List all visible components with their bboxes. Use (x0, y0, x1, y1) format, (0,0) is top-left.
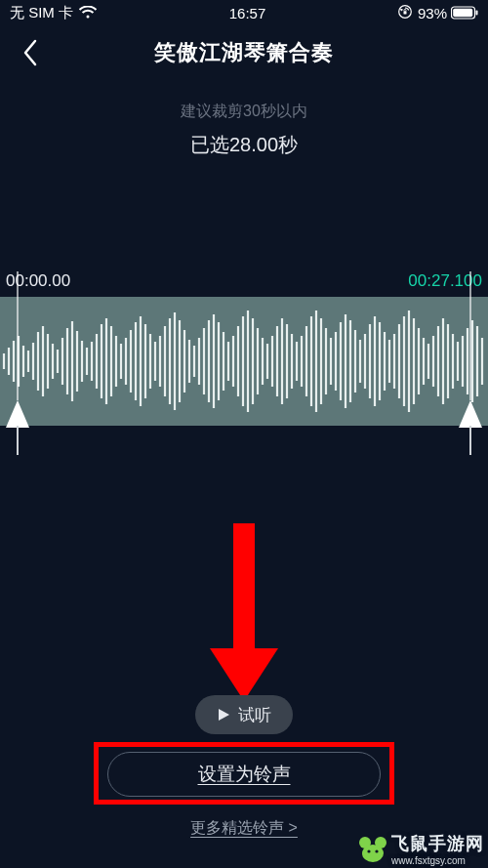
trim-handle-start[interactable] (6, 400, 29, 457)
chevron-left-icon (21, 39, 39, 66)
status-time: 16:57 (229, 5, 266, 21)
battery-icon (451, 6, 478, 20)
page-title: 笑傲江湖琴箫合奏 (154, 38, 334, 67)
audio-trim-region: 00:00.00 00:27.100 (0, 271, 488, 426)
watermark: 飞鼠手游网 www.fsxtgsy.com (358, 832, 484, 866)
play-icon (217, 708, 230, 722)
more-ringtones-link[interactable]: 更多精选铃声 > (190, 818, 298, 839)
svg-marker-106 (219, 709, 229, 721)
set-ringtone-label: 设置为铃声 (198, 762, 291, 787)
trim-hint: 建议裁剪30秒以内 (0, 102, 488, 122)
set-ringtone-button[interactable]: 设置为铃声 (107, 752, 381, 797)
battery-percent: 93% (418, 5, 447, 21)
wifi-icon (79, 6, 97, 20)
carrier-label: 无 SIM 卡 (10, 4, 73, 22)
status-bar: 无 SIM 卡 16:57 93% (0, 0, 488, 25)
svg-point-109 (362, 845, 384, 862)
svg-marker-105 (210, 648, 278, 701)
nav-bar: 笑傲江湖琴箫合奏 (0, 25, 488, 80)
preview-label: 试听 (238, 704, 271, 726)
trim-info: 建议裁剪30秒以内 已选28.00秒 (0, 102, 488, 158)
mouse-logo-icon (358, 836, 387, 863)
rotation-lock-icon (398, 5, 412, 21)
back-button[interactable] (14, 36, 47, 69)
svg-rect-104 (233, 523, 255, 650)
svg-point-111 (375, 849, 378, 852)
more-ringtones-label: 更多精选铃声 > (190, 819, 298, 836)
watermark-brand: 飞鼠手游网 (391, 832, 484, 855)
svg-point-110 (367, 849, 370, 852)
preview-button[interactable]: 试听 (195, 695, 293, 734)
status-left: 无 SIM 卡 (10, 4, 97, 22)
time-labels: 00:00.00 00:27.100 (0, 271, 488, 297)
trim-handles (0, 400, 488, 467)
status-right: 93% (398, 5, 478, 21)
svg-rect-1 (403, 11, 406, 14)
battery-indicator: 93% (418, 5, 478, 21)
annotation-arrow (210, 523, 278, 701)
selected-duration: 已选28.00秒 (0, 132, 488, 158)
watermark-url: www.fsxtgsy.com (391, 855, 484, 866)
trim-handle-end[interactable] (459, 400, 482, 457)
svg-rect-3 (453, 9, 472, 18)
triangle-up-icon (6, 400, 29, 428)
triangle-up-icon (459, 400, 482, 428)
svg-rect-4 (476, 11, 478, 16)
trim-start-time: 00:00.00 (6, 271, 70, 291)
